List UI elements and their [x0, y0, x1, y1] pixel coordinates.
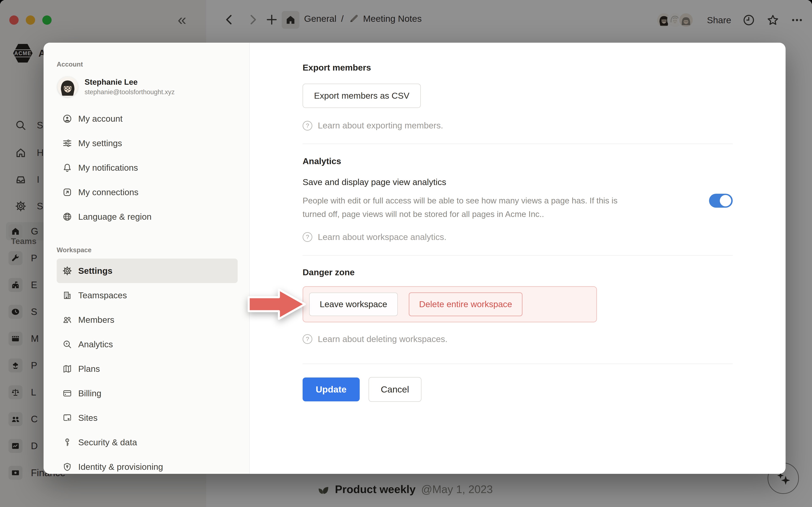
menu-item-settings[interactable]: Settings — [57, 259, 238, 283]
account-user-name: Stephanie Lee — [85, 78, 175, 87]
shield-icon — [62, 462, 72, 472]
modal-footer: Update Cancel — [303, 377, 733, 402]
menu-item-billing[interactable]: Billing — [57, 381, 238, 406]
analytics-setting-description: People with edit or full access will be … — [303, 194, 626, 221]
menu-item-my-connections[interactable]: My connections — [57, 180, 238, 205]
leave-workspace-button[interactable]: Leave workspace — [309, 293, 398, 316]
danger-zone-box: Leave workspace Delete entire workspace — [303, 286, 597, 322]
section-divider — [303, 255, 733, 256]
account-user-email: stephanie@toolsforthought.xyz — [85, 88, 175, 96]
account-user[interactable]: Stephanie Lee stephanie@toolsforthought.… — [57, 77, 238, 97]
analytics-help-link[interactable]: ? Learn about workspace analytics. — [303, 232, 733, 242]
globe-icon — [62, 212, 72, 222]
danger-zone-title: Danger zone — [303, 268, 733, 277]
settings-modal-content: Export members Export members as CSV ? L… — [250, 43, 785, 474]
avatar — [57, 77, 78, 97]
bell-icon — [62, 163, 72, 173]
key-icon — [62, 437, 72, 447]
analytics-setting-row: Save and display page view analytics Peo… — [303, 177, 733, 221]
analytics-title: Analytics — [303, 156, 733, 166]
menu-item-security-data[interactable]: Security & data — [57, 430, 238, 455]
menu-item-sites[interactable]: Sites — [57, 406, 238, 430]
members-icon — [62, 315, 72, 325]
magnifier-sparkle-icon — [62, 339, 72, 349]
question-circle-icon: ? — [303, 121, 312, 130]
person-circle-icon — [62, 114, 72, 124]
menu-item-members[interactable]: Members — [57, 307, 238, 332]
cancel-button[interactable]: Cancel — [368, 377, 421, 402]
analytics-toggle[interactable] — [709, 194, 733, 208]
section-divider — [303, 144, 733, 144]
danger-help-link[interactable]: ? Learn about deleting workspaces. — [303, 334, 733, 344]
delete-workspace-button[interactable]: Delete entire workspace — [409, 292, 522, 316]
account-section-header: Account — [57, 61, 238, 68]
browser-cursor-icon — [62, 413, 72, 423]
settings-modal: Account Stephanie Lee stephanie@toolsfor… — [44, 43, 785, 474]
update-button[interactable]: Update — [303, 378, 360, 401]
export-members-csv-button[interactable]: Export members as CSV — [303, 83, 421, 108]
app-window: « General / Meeting Notes — [0, 0, 812, 507]
gear-icon — [62, 266, 72, 276]
toggle-knob — [720, 195, 731, 207]
footer-divider — [303, 363, 733, 364]
menu-item-analytics[interactable]: Analytics — [57, 332, 238, 356]
menu-item-my-notifications[interactable]: My notifications — [57, 156, 238, 180]
sliders-icon — [62, 138, 72, 148]
export-members-title: Export members — [303, 63, 733, 73]
building-icon — [62, 290, 72, 300]
analytics-setting-title: Save and display page view analytics — [303, 177, 626, 187]
menu-item-language-region[interactable]: Language & region — [57, 205, 238, 229]
export-help-link[interactable]: ? Learn about exporting members. — [303, 121, 733, 130]
menu-item-my-account[interactable]: My account — [57, 107, 238, 131]
menu-item-teamspaces[interactable]: Teamspaces — [57, 283, 238, 307]
menu-item-identity-provisioning[interactable]: Identity & provisioning — [57, 455, 238, 474]
menu-item-plans[interactable]: Plans — [57, 356, 238, 381]
question-circle-icon: ? — [303, 334, 312, 344]
map-icon — [62, 364, 72, 374]
menu-item-my-settings[interactable]: My settings — [57, 131, 238, 156]
arrow-up-right-square-icon — [62, 187, 72, 197]
settings-modal-sidebar: Account Stephanie Lee stephanie@toolsfor… — [44, 43, 250, 474]
question-circle-icon: ? — [303, 232, 312, 242]
annotation-arrow — [247, 287, 307, 321]
credit-card-icon — [62, 388, 72, 398]
workspace-section-header: Workspace — [57, 246, 238, 254]
